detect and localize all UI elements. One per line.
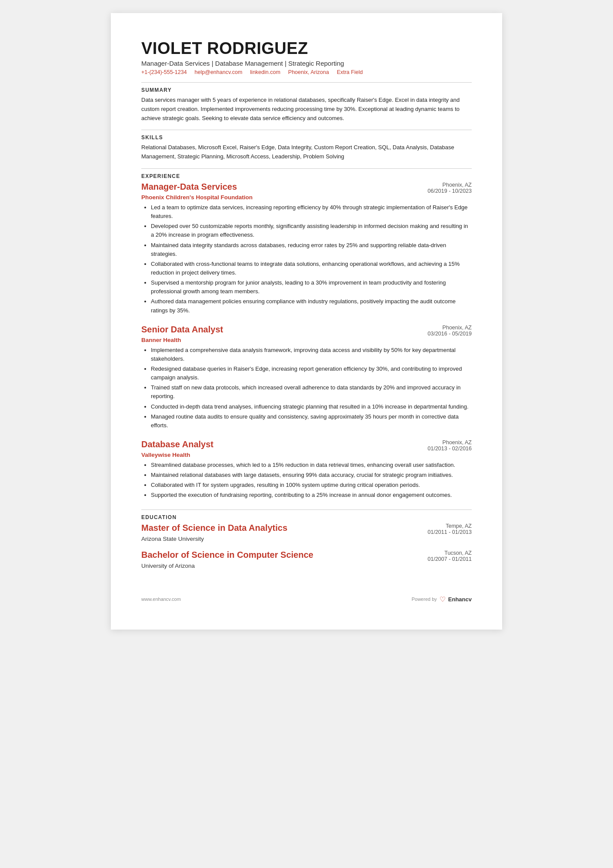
edu-1-dates: 01/2011 - 01/2013 <box>428 529 472 535</box>
contact-location: Phoenix, Arizona <box>288 69 329 75</box>
education-section: EDUCATION Master of Science in Data Anal… <box>141 514 472 569</box>
edu-1-degree: Master of Science in Data Analytics <box>141 523 287 533</box>
job-2: Senior Data Analyst Phoenix, AZ 03/2016 … <box>141 325 472 430</box>
experience-section: EXPERIENCE Manager-Data Services Phoenix… <box>141 173 472 500</box>
job-1-location: Phoenix, AZ <box>428 182 472 188</box>
job-2-title: Senior Data Analyst <box>141 325 223 335</box>
skills-text: Relational Databases, Microsoft Excel, R… <box>141 143 472 161</box>
job-1-bullets: Led a team to optimize data services, in… <box>141 203 472 315</box>
edu-2-dates: 01/2007 - 01/2011 <box>428 556 472 562</box>
edu-2-meta: Tucson, AZ 01/2007 - 01/2011 <box>428 550 472 562</box>
job-2-dates: 03/2016 - 05/2019 <box>428 331 472 337</box>
edu-2: Bachelor of Science in Computer Science … <box>141 550 472 569</box>
job-3-meta: Phoenix, AZ 01/2013 - 02/2016 <box>428 439 472 452</box>
job-3-header: Database Analyst Phoenix, AZ 01/2013 - 0… <box>141 439 472 452</box>
bullet: Maintained data integrity standards acro… <box>151 241 472 258</box>
job-1-header: Manager-Data Services Phoenix, AZ 06/201… <box>141 182 472 194</box>
bullet: Collaborated with cross-functional teams… <box>151 260 472 277</box>
job-3: Database Analyst Phoenix, AZ 01/2013 - 0… <box>141 439 472 500</box>
bullet: Led a team to optimize data services, in… <box>151 203 472 221</box>
contact-extra: Extra Field <box>337 69 363 75</box>
contact-email: help@enhancv.com <box>195 69 243 75</box>
edu-1-location: Tempe, AZ <box>428 523 472 529</box>
job-1: Manager-Data Services Phoenix, AZ 06/201… <box>141 182 472 315</box>
footer-brand: Powered by ♡ Enhancv <box>412 595 472 603</box>
job-3-bullets: Streamlined database processes, which le… <box>141 461 472 500</box>
bullet: Implemented a comprehensive data analysi… <box>151 346 472 363</box>
bullet: Trained staff on new data protocols, whi… <box>151 383 472 401</box>
job-3-company: Valleywise Health <box>141 452 472 458</box>
edu-2-degree: Bachelor of Science in Computer Science <box>141 550 313 560</box>
edu-1-school: Arizona State University <box>141 536 472 542</box>
experience-label: EXPERIENCE <box>141 173 472 179</box>
edu-2-location: Tucson, AZ <box>428 550 472 556</box>
job-2-location: Phoenix, AZ <box>428 325 472 331</box>
summary-divider <box>141 130 472 130</box>
bullet: Streamlined database processes, which le… <box>151 461 472 469</box>
heart-icon: ♡ <box>440 595 446 603</box>
job-3-dates: 01/2013 - 02/2016 <box>428 446 472 452</box>
edu-1-meta: Tempe, AZ 01/2011 - 01/2013 <box>428 523 472 535</box>
experience-divider <box>141 509 472 510</box>
job-1-meta: Phoenix, AZ 06/2019 - 10/2023 <box>428 182 472 194</box>
bullet: Developed over 50 customizable reports m… <box>151 222 472 239</box>
bullet: Authored data management policies ensuri… <box>151 297 472 315</box>
job-2-company: Banner Health <box>141 337 472 343</box>
brand-name: Enhancv <box>448 596 472 603</box>
header-divider <box>141 82 472 83</box>
footer-website: www.enhancv.com <box>141 597 181 602</box>
job-2-bullets: Implemented a comprehensive data analysi… <box>141 346 472 430</box>
job-1-company: Phoenix Children's Hospital Foundation <box>141 194 472 201</box>
job-2-meta: Phoenix, AZ 03/2016 - 05/2019 <box>428 325 472 337</box>
resume-page: VIOLET RODRIGUEZ Manager-Data Services |… <box>111 13 502 630</box>
bullet: Collaborated with IT for system upgrades… <box>151 481 472 489</box>
job-3-location: Phoenix, AZ <box>428 439 472 446</box>
skills-divider <box>141 168 472 169</box>
bullet: Maintained relational databases with lar… <box>151 471 472 479</box>
footer: www.enhancv.com Powered by ♡ Enhancv <box>141 595 472 603</box>
summary-section: SUMMARY Data services manager with 5 yea… <box>141 87 472 123</box>
header: VIOLET RODRIGUEZ Manager-Data Services |… <box>141 39 472 75</box>
job-2-header: Senior Data Analyst Phoenix, AZ 03/2016 … <box>141 325 472 337</box>
bullet: Managed routine data audits to ensure qu… <box>151 412 472 430</box>
contact-linkedin: linkedin.com <box>250 69 280 75</box>
edu-2-school: University of Arizona <box>141 563 472 569</box>
contact-phone: +1-(234)-555-1234 <box>141 69 187 75</box>
powered-by-text: Powered by <box>412 597 437 602</box>
skills-label: SKILLS <box>141 134 472 141</box>
education-label: EDUCATION <box>141 514 472 520</box>
candidate-name: VIOLET RODRIGUEZ <box>141 39 472 58</box>
summary-text: Data services manager with 5 years of ex… <box>141 96 472 123</box>
job-1-dates: 06/2019 - 10/2023 <box>428 188 472 194</box>
job-3-title: Database Analyst <box>141 439 213 449</box>
edu-2-header: Bachelor of Science in Computer Science … <box>141 550 472 562</box>
summary-label: SUMMARY <box>141 87 472 93</box>
bullet: Supervised a mentorship program for juni… <box>151 278 472 296</box>
skills-section: SKILLS Relational Databases, Microsoft E… <box>141 134 472 161</box>
contact-info: +1-(234)-555-1234 help@enhancv.com linke… <box>141 69 472 75</box>
bullet: Supported the execution of fundraising r… <box>151 491 472 499</box>
bullet: Redesigned database queries in Raiser's … <box>151 365 472 382</box>
candidate-title: Manager-Data Services | Database Managem… <box>141 60 472 67</box>
bullet: Conducted in-depth data trend analyses, … <box>151 402 472 411</box>
edu-1-header: Master of Science in Data Analytics Temp… <box>141 523 472 535</box>
job-1-title: Manager-Data Services <box>141 182 237 192</box>
edu-1: Master of Science in Data Analytics Temp… <box>141 523 472 542</box>
